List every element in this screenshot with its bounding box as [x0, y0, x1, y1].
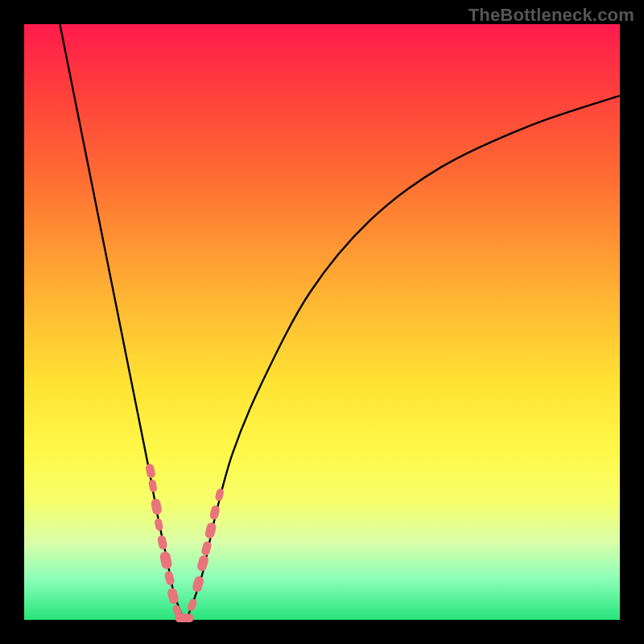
curve-marker — [159, 551, 173, 570]
curve-marker — [209, 505, 221, 521]
curve-marker — [148, 479, 158, 493]
curve-marker — [180, 614, 194, 622]
curve-marker — [192, 576, 204, 593]
curve-marker — [154, 518, 163, 531]
curve-marker — [145, 463, 156, 478]
bottleneck-curve — [60, 24, 620, 620]
curve-marker — [200, 540, 213, 556]
curve-markers — [145, 463, 225, 622]
curve-marker — [157, 535, 168, 550]
curve-marker — [196, 555, 209, 572]
chart-frame: TheBottleneck.com — [0, 0, 644, 644]
curve-marker — [214, 488, 225, 502]
watermark-text: TheBottleneck.com — [469, 5, 634, 26]
curve-marker — [151, 498, 163, 516]
bottleneck-curve-svg — [24, 24, 620, 620]
curve-marker — [163, 570, 175, 586]
curve-marker — [204, 522, 217, 539]
plot-area — [24, 24, 620, 620]
curve-marker — [187, 598, 198, 613]
